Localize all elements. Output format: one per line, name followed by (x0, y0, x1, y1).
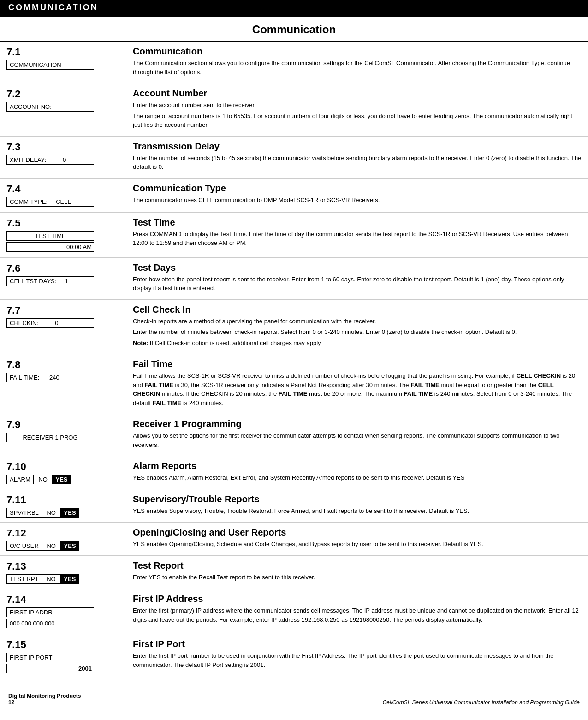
section-7-13: 7.13 TEST RPT NO YES Test Report Enter Y… (0, 556, 588, 589)
section-number-7-13: 7.13 (6, 560, 26, 572)
body-7-4: The communicator uses CELL communication… (133, 196, 582, 205)
field-group-7-11: SPV/TRBL NO YES (6, 508, 79, 518)
field-7-12-oc[interactable]: O/C USER (6, 541, 42, 551)
field-7-14-value[interactable]: 000.000.000.000 (6, 619, 94, 628)
field-7-15-value[interactable]: 2001 (6, 664, 94, 673)
section-7-5-left: 7.5 TEST TIME 00:00 AM (6, 217, 126, 253)
body-7-9: Allows you to set the options for the fi… (133, 431, 582, 449)
field-7-1[interactable]: COMMUNICATION (6, 60, 94, 70)
heading-7-10: Alarm Reports (133, 461, 582, 471)
section-7-14: 7.14 FIRST IP ADDR 000.000.000.000 First… (0, 589, 588, 634)
section-7-3: 7.3 XMIT DELAY: 0 Transmission Delay Ent… (0, 137, 588, 179)
section-7-2-left: 7.2 ACCOUNT NO: (6, 88, 126, 113)
section-number-7-7: 7.7 (6, 304, 21, 316)
section-7-8-left: 7.8 FAIL TIME: 240 (6, 359, 126, 383)
section-number-7-10: 7.10 (6, 461, 26, 473)
section-7-1: 7.1 COMMUNICATION Communication The Comm… (0, 42, 588, 83)
section-7-2: 7.2 ACCOUNT NO: Account Number Enter the… (0, 83, 588, 137)
field-7-3[interactable]: XMIT DELAY: 0 (6, 155, 94, 165)
section-number-7-1: 7.1 (6, 46, 21, 58)
field-7-11-yes[interactable]: YES (61, 508, 79, 518)
footer-left: Digital Monitoring Products 12 (8, 693, 81, 706)
section-number-7-5: 7.5 (6, 217, 21, 229)
section-number-7-9: 7.9 (6, 419, 21, 431)
section-7-11: 7.11 SPV/TRBL NO YES Supervisory/Trouble… (0, 489, 588, 523)
section-7-15-left: 7.15 FIRST IP PORT 2001 (6, 639, 126, 674)
section-7-7-right: Cell Check In Check-in reports are a met… (126, 304, 582, 350)
field-7-9[interactable]: RECEIVER 1 PROG (6, 433, 94, 442)
section-number-7-12: 7.12 (6, 527, 26, 539)
section-7-7: 7.7 CHECKIN: 0 Cell Check In Check-in re… (0, 300, 588, 355)
section-7-10-right: Alarm Reports YES enables Alarm, Alarm R… (126, 461, 582, 484)
field-7-14-label[interactable]: FIRST IP ADDR (6, 607, 94, 617)
field-7-11-spv[interactable]: SPV/TRBL (6, 508, 42, 518)
section-7-7-left: 7.7 CHECKIN: 0 (6, 304, 126, 329)
section-7-10-left: 7.10 ALARM NO YES (6, 461, 126, 484)
field-7-5-value[interactable]: 00:00 AM (6, 242, 94, 252)
section-7-4-right: Communication Type The communicator uses… (126, 183, 582, 207)
field-7-4[interactable]: COMM TYPE: CELL (6, 197, 94, 207)
footer-page: 12 (8, 699, 81, 706)
field-7-5-label[interactable]: TEST TIME (6, 231, 94, 241)
field-stack-7-15: FIRST IP PORT 2001 (6, 653, 94, 674)
field-7-13-yes[interactable]: YES (60, 574, 79, 584)
heading-7-15: First IP Port (133, 639, 582, 649)
field-7-6[interactable]: CELL TST DAYS: 1 (6, 276, 94, 286)
section-7-14-left: 7.14 FIRST IP ADDR 000.000.000.000 (6, 594, 126, 629)
field-7-12-yes[interactable]: YES (61, 541, 79, 551)
section-7-11-right: Supervisory/Trouble Reports YES enables … (126, 494, 582, 518)
body-7-15: Enter the first IP port number to be use… (133, 651, 582, 669)
body-7-1: The Communication section allows you to … (133, 59, 582, 77)
section-7-13-left: 7.13 TEST RPT NO YES (6, 560, 126, 584)
heading-7-6: Test Days (133, 262, 582, 273)
section-7-15: 7.15 FIRST IP PORT 2001 First IP Port En… (0, 634, 588, 679)
field-stack-7-14: FIRST IP ADDR 000.000.000.000 (6, 607, 94, 629)
field-7-8[interactable]: FAIL TIME: 240 (6, 373, 94, 382)
field-7-10-alarm[interactable]: ALARM (6, 475, 34, 484)
field-7-10-yes[interactable]: YES (53, 475, 71, 484)
section-7-9-left: 7.9 RECEIVER 1 PROG (6, 419, 126, 443)
section-7-8-right: Fail Time Fail Time allows the SCS-1R or… (126, 359, 582, 409)
field-7-7[interactable]: CHECKIN: 0 (6, 318, 94, 328)
section-7-11-left: 7.11 SPV/TRBL NO YES (6, 494, 126, 518)
section-number-7-15: 7.15 (6, 639, 26, 651)
body-7-10: YES enables Alarm, Alarm Restoral, Exit … (133, 473, 582, 482)
page-title: Communication (0, 17, 588, 42)
heading-7-11: Supervisory/Trouble Reports (133, 494, 582, 505)
heading-7-3: Transmission Delay (133, 141, 582, 152)
section-7-6-left: 7.6 CELL TST DAYS: 1 (6, 262, 126, 287)
section-7-5: 7.5 TEST TIME 00:00 AM Test Time Press C… (0, 213, 588, 258)
field-7-13-testrpt[interactable]: TEST RPT (6, 574, 42, 584)
section-number-7-8: 7.8 (6, 359, 21, 371)
field-7-10-no[interactable]: NO (34, 475, 53, 484)
field-7-11-no[interactable]: NO (42, 508, 61, 518)
body-7-7: Check-in reports are a method of supervi… (133, 317, 582, 348)
field-group-7-13: TEST RPT NO YES (6, 574, 79, 584)
body-7-11: YES enables Supervisory, Trouble, Troubl… (133, 506, 582, 516)
section-7-2-right: Account Number Enter the account number … (126, 88, 582, 131)
section-number-7-11: 7.11 (6, 494, 26, 506)
section-number-7-6: 7.6 (6, 262, 21, 274)
heading-7-1: Communication (133, 46, 582, 57)
field-7-2[interactable]: ACCOUNT NO: (6, 102, 94, 112)
section-7-4-left: 7.4 COMM TYPE: CELL (6, 183, 126, 208)
field-7-12-no[interactable]: NO (42, 541, 61, 551)
field-7-15-label[interactable]: FIRST IP PORT (6, 653, 94, 662)
section-7-3-left: 7.3 XMIT DELAY: 0 (6, 141, 126, 166)
section-7-4: 7.4 COMM TYPE: CELL Communication Type T… (0, 179, 588, 213)
heading-7-9: Receiver 1 Programming (133, 419, 582, 429)
content-area: 7.1 COMMUNICATION Communication The Comm… (0, 42, 588, 684)
footer-company: Digital Monitoring Products (8, 693, 81, 699)
top-bar-title: COMMUNICATION (8, 3, 98, 12)
section-7-6-right: Test Days Enter how often the panel test… (126, 262, 582, 295)
section-7-13-right: Test Report Enter YES to enable the Reca… (126, 560, 582, 584)
section-number-7-3: 7.3 (6, 141, 21, 153)
body-7-13: Enter YES to enable the Recall Test repo… (133, 573, 582, 582)
footer-right: CellComSL Series Universal Communicator … (383, 699, 580, 706)
body-7-14: Enter the first (primary) IP address whe… (133, 606, 582, 624)
heading-7-5: Test Time (133, 217, 582, 228)
field-7-13-no[interactable]: NO (42, 574, 61, 584)
section-number-7-4: 7.4 (6, 183, 21, 195)
body-7-5: Press COMMAND to display the Test Time. … (133, 230, 582, 248)
section-7-1-right: Communication The Communication section … (126, 46, 582, 78)
